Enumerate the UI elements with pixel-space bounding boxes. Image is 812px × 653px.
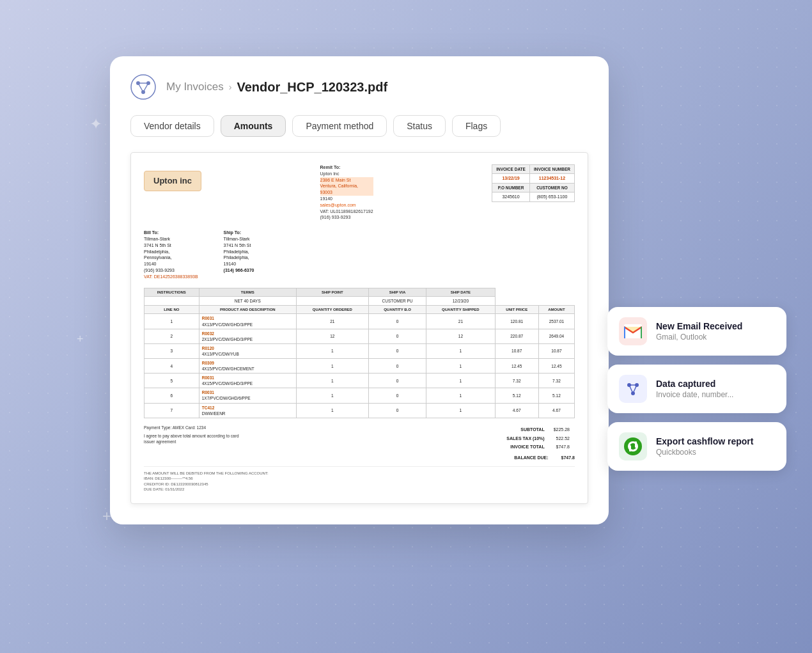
svg-rect-20 bbox=[635, 441, 637, 448]
notif-data-sub: Invoice date, number... bbox=[656, 390, 733, 399]
tab-vendor-details[interactable]: Vendor details bbox=[130, 115, 214, 137]
remit-section: Remit To: Upton Inc 2386 E Main St Ventu… bbox=[320, 164, 373, 221]
notif-qb-text: Export cashflow report Quickbooks bbox=[656, 436, 753, 457]
notif-qb-sub: Quickbooks bbox=[656, 448, 753, 457]
svg-point-0 bbox=[131, 75, 155, 99]
totals-right: SUBTOTAL $225.28 SALES TAX (10%) 522.52 … bbox=[501, 425, 575, 461]
company-name: Upton inc bbox=[144, 171, 201, 191]
svg-rect-8 bbox=[624, 327, 625, 338]
ship-to-section: Ship To: Tillman-Stark 3741 N 5th St Phi… bbox=[224, 230, 254, 279]
breadcrumb-separator: › bbox=[229, 82, 232, 92]
tab-payment-method[interactable]: Payment method bbox=[292, 115, 387, 137]
tab-amounts[interactable]: Amounts bbox=[221, 115, 286, 137]
main-card: My Invoices › Vendor_HCP_120323.pdf Vend… bbox=[110, 56, 609, 524]
tab-flags[interactable]: Flags bbox=[452, 115, 501, 137]
table-row: 6 R0031 1X7/PVC/DW/GHD/6/PPE 1 0 1 5.12 … bbox=[144, 388, 575, 403]
table-row: 2 R0032 2X13/PVC/DW/GHD/3/PPE 12 0 12 22… bbox=[144, 329, 575, 343]
breadcrumb-current: Vendor_HCP_120323.pdf bbox=[237, 80, 387, 95]
tab-status[interactable]: Status bbox=[393, 115, 446, 137]
notif-gmail[interactable]: New Email Received Gmail, Outlook bbox=[607, 307, 786, 356]
table-row: 5 R0031 4X15/PVC/DW/GHD/3/PPE 1 0 1 7.32… bbox=[144, 374, 575, 388]
svg-rect-9 bbox=[641, 327, 642, 338]
bill-to-section: Bill To: Tillman-Stark 3741 N 5th St Phi… bbox=[144, 230, 198, 279]
totals-section: Payment Type: AMEX Card: 1234 I agree to… bbox=[144, 425, 575, 461]
deco-plus-2: + bbox=[77, 333, 84, 346]
notif-data-captured[interactable]: Data captured Invoice date, number... bbox=[607, 365, 786, 413]
notif-data-text: Data captured Invoice date, number... bbox=[656, 379, 733, 399]
line-items-table: INSTRUCTIONS TERMS SHIP POINT SHIP VIA S… bbox=[144, 288, 575, 418]
table-row: 1 R0031 4X13/PVC/DW/GHD/3/PPE 21 0 21 12… bbox=[144, 314, 575, 329]
footer-banking: THE AMOUNT WILL BE DEBITED FROM THE FOLL… bbox=[144, 466, 575, 492]
svg-line-14 bbox=[629, 385, 633, 393]
notif-gmail-sub: Gmail, Outlook bbox=[656, 333, 742, 342]
gmail-icon bbox=[619, 317, 647, 345]
data-icon bbox=[619, 375, 647, 403]
breadcrumb: My Invoices › Vendor_HCP_120323.pdf bbox=[166, 80, 387, 95]
notif-data-title: Data captured bbox=[656, 379, 733, 389]
table-row: 4 R0309 4X15/PVC/DW/GHCEMENT 1 0 1 12.45… bbox=[144, 358, 575, 373]
notif-qb-title: Export cashflow report bbox=[656, 436, 753, 446]
app-logo bbox=[130, 74, 156, 100]
payment-info: Payment Type: AMEX Card: 1234 I agree to… bbox=[144, 425, 246, 461]
svg-rect-19 bbox=[629, 445, 631, 452]
table-row: 3 R0120 4X13/PVC/DW/YUB 1 0 1 10.87 10.8… bbox=[144, 343, 575, 358]
notif-gmail-text: New Email Received Gmail, Outlook bbox=[656, 321, 742, 342]
bill-ship-row: Bill To: Tillman-Stark 3741 N 5th St Phi… bbox=[144, 230, 575, 279]
table-row: 7 TC412 DWW/EENR 1 0 1 4.67 4.67 bbox=[144, 403, 575, 418]
svg-line-15 bbox=[633, 385, 637, 393]
breadcrumb-parent[interactable]: My Invoices bbox=[166, 81, 224, 93]
header-row: My Invoices › Vendor_HCP_120323.pdf bbox=[130, 74, 588, 100]
invoice-document: Upton inc Remit To: Upton Inc 2386 E Mai… bbox=[130, 152, 588, 504]
quickbooks-icon bbox=[619, 432, 647, 460]
notif-quickbooks[interactable]: Export cashflow report Quickbooks bbox=[607, 422, 786, 471]
tabs-row: Vendor details Amounts Payment method St… bbox=[130, 115, 588, 137]
invoice-meta: INVOICE DATE INVOICE NUMBER 13/22/19 112… bbox=[492, 164, 575, 202]
deco-plus-1: ✦ bbox=[90, 115, 102, 133]
notif-gmail-title: New Email Received bbox=[656, 321, 742, 331]
notifications-panel: New Email Received Gmail, Outlook Data c… bbox=[607, 307, 786, 471]
